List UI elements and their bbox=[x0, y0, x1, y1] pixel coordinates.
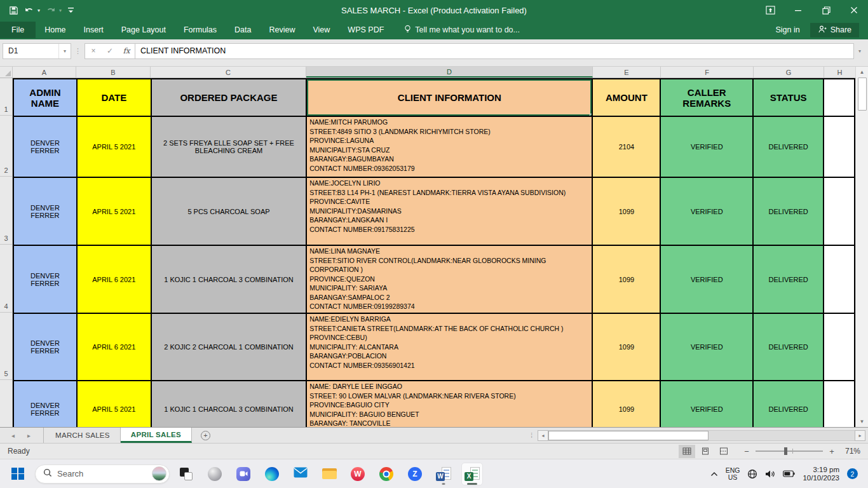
scroll-right-icon[interactable]: ▸ bbox=[855, 430, 865, 441]
vertical-scroll-thumb[interactable] bbox=[858, 78, 867, 111]
redo-dropdown-icon[interactable]: ▾ bbox=[59, 8, 62, 13]
empty-cell[interactable] bbox=[824, 381, 855, 427]
header-date[interactable]: DATE bbox=[77, 79, 151, 116]
volume-icon[interactable] bbox=[765, 470, 775, 478]
cell-amount[interactable]: 2104 bbox=[592, 116, 660, 177]
tab-formulas[interactable]: Formulas bbox=[175, 22, 226, 38]
start-button[interactable] bbox=[6, 463, 29, 485]
confirm-entry-icon[interactable]: ✓ bbox=[102, 46, 118, 55]
cell-amount[interactable]: 1099 bbox=[592, 381, 660, 427]
empty-cell[interactable] bbox=[824, 313, 855, 381]
battery-icon[interactable] bbox=[783, 470, 795, 477]
word-button[interactable]: W bbox=[433, 463, 454, 485]
language-indicator[interactable]: ENG US bbox=[726, 467, 740, 481]
share-button[interactable]: Share bbox=[810, 23, 859, 37]
redo-button[interactable] bbox=[46, 6, 56, 15]
undo-dropdown-icon[interactable]: ▾ bbox=[37, 8, 40, 13]
customize-quick-access-icon[interactable] bbox=[67, 6, 74, 14]
ribbon-display-options-icon[interactable] bbox=[756, 0, 784, 20]
row-header-5[interactable]: 5 bbox=[0, 313, 13, 380]
empty-cell[interactable] bbox=[824, 116, 855, 177]
header-caller-remarks[interactable]: CALLER REMARKS bbox=[660, 79, 753, 116]
tab-wps-pdf[interactable]: WPS PDF bbox=[339, 22, 393, 38]
row-header-6[interactable]: 6 bbox=[0, 380, 13, 427]
cell-date[interactable]: APRIL 5 2021 bbox=[77, 177, 151, 245]
chrome-button[interactable] bbox=[376, 463, 397, 485]
tab-data[interactable]: Data bbox=[226, 22, 260, 38]
horizontal-scroll-thumb[interactable] bbox=[548, 431, 709, 440]
column-header-e[interactable]: E bbox=[593, 67, 661, 78]
cell-admin[interactable]: DENVER FERRER bbox=[13, 381, 77, 427]
header-status[interactable]: STATUS bbox=[753, 79, 824, 116]
header-ordered-package[interactable]: ORDERED PACKAGE bbox=[151, 79, 307, 116]
header-amount[interactable]: AMOUNT bbox=[592, 79, 660, 116]
insert-function-icon[interactable]: fx bbox=[118, 46, 135, 55]
row-header-2[interactable]: 2 bbox=[0, 116, 13, 177]
taskbar-search[interactable]: Search bbox=[35, 464, 170, 484]
empty-cell[interactable] bbox=[824, 177, 855, 245]
select-all-corner[interactable] bbox=[0, 67, 13, 78]
page-layout-view-button[interactable] bbox=[697, 445, 714, 458]
cell-admin[interactable]: DENVER FERRER bbox=[13, 245, 77, 313]
cell-amount[interactable]: 1099 bbox=[592, 245, 660, 313]
cell-remarks[interactable]: VERIFIED bbox=[660, 245, 753, 313]
cell-amount[interactable]: 1099 bbox=[592, 177, 660, 245]
tab-review[interactable]: Review bbox=[260, 22, 304, 38]
column-header-b[interactable]: B bbox=[76, 67, 151, 78]
scroll-down-icon[interactable]: ▼ bbox=[856, 416, 868, 427]
tab-page-layout[interactable]: Page Layout bbox=[112, 22, 175, 38]
sheet-nav-right-icon[interactable]: ▸ bbox=[27, 432, 31, 439]
tab-splitter-handle[interactable]: ⁞ bbox=[526, 428, 538, 443]
column-header-f[interactable]: F bbox=[661, 67, 754, 78]
zoom-in-icon[interactable]: + bbox=[828, 447, 836, 456]
cell-client-info[interactable]: NAME: DARYLE LEE INGGAO STREET: 90 LOWER… bbox=[306, 381, 592, 427]
column-header-a[interactable]: A bbox=[13, 67, 76, 78]
zoom-out-icon[interactable]: − bbox=[743, 447, 750, 456]
empty-cell[interactable] bbox=[824, 245, 855, 313]
notification-badge[interactable]: 2 bbox=[847, 468, 858, 479]
undo-button[interactable] bbox=[24, 6, 34, 15]
sheet-tab-april-sales[interactable]: APRIL SALES bbox=[121, 428, 192, 443]
cell-admin[interactable]: DENVER FERRER bbox=[13, 313, 77, 381]
cell-client-info[interactable]: NAME:MITCH PARUMOG STREET:4849 SITIO 3 (… bbox=[306, 116, 592, 177]
zoom-level[interactable]: 71% bbox=[837, 447, 860, 456]
file-explorer-button[interactable] bbox=[318, 463, 340, 485]
cell-date[interactable]: APRIL 5 2021 bbox=[77, 116, 151, 177]
new-sheet-button[interactable]: + bbox=[192, 428, 219, 443]
cell-client-info[interactable]: NAME:EDIELYN BARRIGA STREET:CANIETA STRE… bbox=[306, 313, 592, 381]
column-header-h[interactable]: H bbox=[824, 67, 855, 78]
column-header-g[interactable]: G bbox=[754, 67, 824, 78]
zoom-slider-thumb[interactable] bbox=[784, 447, 787, 455]
tab-insert[interactable]: Insert bbox=[75, 22, 112, 38]
save-icon[interactable] bbox=[9, 6, 18, 15]
clock[interactable]: 3:19 pm 10/10/2023 bbox=[803, 466, 839, 482]
header-admin-name[interactable]: ADMIN NAME bbox=[13, 79, 77, 116]
tab-view[interactable]: View bbox=[304, 22, 339, 38]
fill-handle[interactable] bbox=[590, 114, 592, 116]
minimize-button[interactable] bbox=[784, 0, 812, 20]
zoom-slider[interactable] bbox=[756, 451, 823, 452]
wps-office-button[interactable]: W bbox=[347, 463, 369, 485]
cell-client-info[interactable]: NAME:JOCELYN LIRIO STREET:B3 L14 PH-1 (N… bbox=[306, 177, 592, 245]
cell-date[interactable]: APRIL 5 2021 bbox=[77, 381, 151, 427]
mail-button[interactable] bbox=[290, 463, 311, 485]
normal-view-button[interactable] bbox=[679, 445, 695, 458]
sheet-tab-march-sales[interactable]: MARCH SALES bbox=[45, 428, 121, 443]
formula-input[interactable]: CLIENT INFORMATION bbox=[135, 43, 854, 59]
row-header-4[interactable]: 4 bbox=[0, 245, 13, 313]
vertical-scrollbar[interactable]: ▲ ▼ bbox=[855, 67, 868, 427]
cell-admin[interactable]: DENVER FERRER bbox=[13, 116, 77, 177]
row-header-3[interactable]: 3 bbox=[0, 177, 13, 245]
name-box[interactable]: D1 ▾ bbox=[3, 43, 71, 59]
sign-in-link[interactable]: Sign in bbox=[775, 25, 799, 34]
close-button[interactable] bbox=[840, 0, 868, 20]
cell-status[interactable]: DELIVERED bbox=[753, 245, 824, 313]
cell-status[interactable]: DELIVERED bbox=[753, 116, 824, 177]
cell-remarks[interactable]: VERIFIED bbox=[660, 313, 753, 381]
cancel-entry-icon[interactable]: × bbox=[85, 46, 102, 55]
empty-cell[interactable] bbox=[824, 79, 855, 116]
cell-admin[interactable]: DENVER FERRER bbox=[13, 177, 77, 245]
network-globe-icon[interactable] bbox=[747, 469, 757, 479]
scroll-up-icon[interactable]: ▲ bbox=[856, 67, 868, 78]
tab-file[interactable]: File bbox=[0, 22, 36, 38]
